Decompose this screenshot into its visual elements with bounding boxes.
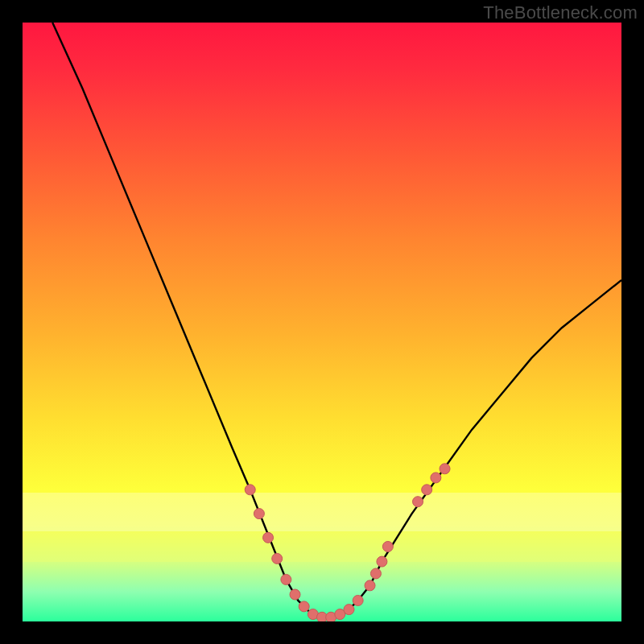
marker-left-cluster [299,601,309,612]
marker-left-cluster [272,553,283,564]
watermark-text: TheBottleneck.com [483,2,638,23]
marker-left-cluster [263,532,274,543]
marker-left-cluster [254,509,264,519]
marker-right-cluster [382,542,393,552]
marker-right-cluster [440,464,450,474]
bottleneck-curve [52,23,621,618]
curve-markers [245,464,450,621]
marker-right-cluster [370,568,381,579]
marker-right-cluster [377,556,387,567]
marker-right-cluster [431,473,441,483]
marker-left-cluster [281,574,291,584]
marker-right-cluster [365,580,375,591]
marker-right-cluster [413,497,423,507]
plot-area [23,23,621,621]
marker-right-cluster [422,485,432,495]
marker-left-cluster [245,485,255,495]
marker-bottom [344,605,354,615]
curve-layer [23,23,621,621]
marker-bottom [353,595,363,605]
marker-left-cluster [290,589,300,600]
chart-frame: TheBottleneck.com [0,0,644,644]
